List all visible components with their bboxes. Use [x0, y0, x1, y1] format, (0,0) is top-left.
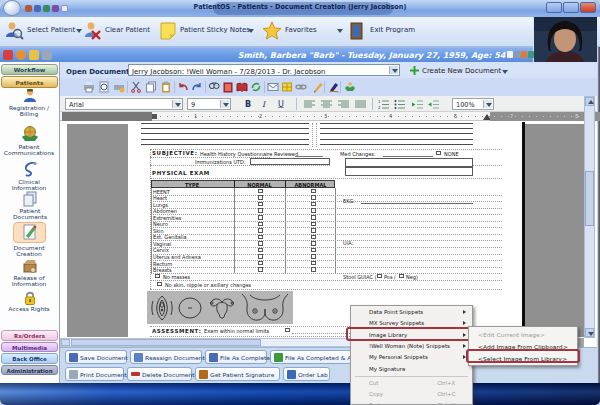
align-center-icon[interactable] — [321, 100, 333, 109]
menu-item-paste[interactable]: Paste Ctrl+V — [352, 400, 471, 405]
sticky-notes-dropdown-arrow[interactable] — [248, 29, 254, 33]
font-size-combo[interactable]: 9 — [187, 98, 231, 110]
menu-item-cut[interactable]: Cut Ctrl+X — [352, 378, 471, 389]
menu-item-data-point-snippets[interactable]: Data Point Snippets — [352, 307, 471, 318]
abnormal-checkbox[interactable] — [311, 254, 316, 259]
print-preview-icon[interactable] — [98, 81, 110, 93]
normal-checkbox[interactable] — [258, 195, 263, 200]
banner-patient-icon[interactable] — [16, 50, 26, 60]
sidebar-tab-workflow[interactable]: Workflow — [1, 64, 58, 75]
underline-button[interactable]: U — [278, 99, 284, 109]
sidebar-tab-rx-orders[interactable]: Rx/Orders — [1, 330, 58, 341]
close-button[interactable] — [580, 2, 596, 13]
normal-checkbox[interactable] — [258, 208, 263, 213]
banner-grid-icon[interactable] — [528, 51, 534, 58]
refresh-icon[interactable] — [250, 81, 262, 93]
print-document-button[interactable]: Print Document — [65, 367, 124, 381]
none-checkbox[interactable] — [436, 151, 441, 156]
normal-checkbox[interactable] — [258, 261, 263, 266]
font-family-combo[interactable]: Arial — [65, 98, 183, 110]
zoom-combo[interactable]: 100% — [452, 98, 494, 110]
menu-item-copy[interactable]: Copy Ctrl+C — [352, 389, 471, 400]
save-document-button[interactable]: Save Document — [65, 350, 127, 364]
create-new-dropdown-arrow[interactable] — [502, 70, 508, 74]
file-as-completed-button[interactable]: File As Completed — [205, 350, 267, 364]
normal-checkbox[interactable] — [258, 267, 263, 272]
copy-icon[interactable] — [145, 81, 157, 93]
normal-checkbox[interactable] — [258, 235, 263, 240]
align-right-icon[interactable] — [338, 100, 350, 109]
file-as-completed-as-button[interactable]: File As Completed & As — [270, 350, 352, 364]
normal-checkbox[interactable] — [258, 241, 263, 246]
normal-checkbox[interactable] — [258, 202, 263, 207]
banner-folder-icon[interactable] — [29, 50, 39, 60]
banner-alert-icon[interactable] — [3, 50, 13, 60]
book-red-icon[interactable] — [222, 81, 234, 93]
vertical-scrollbar[interactable] — [584, 96, 595, 338]
italic-button[interactable]: I — [262, 99, 265, 109]
maximize-button[interactable] — [563, 2, 579, 13]
get-patient-signature-button[interactable]: Get Patient Signature — [195, 367, 280, 381]
vertical-scrollbar-thumb[interactable] — [585, 171, 594, 226]
anatomy-image-strip[interactable] — [147, 291, 293, 324]
abnormal-checkbox[interactable] — [311, 241, 316, 246]
ruler-marker[interactable] — [152, 114, 157, 119]
align-left-icon[interactable] — [304, 100, 316, 109]
sidebar-tab-back-office[interactable]: Back Office — [1, 353, 58, 364]
align-justify-icon[interactable] — [355, 100, 367, 109]
normal-checkbox[interactable] — [258, 248, 263, 253]
pencil-icon[interactable] — [312, 81, 324, 93]
normal-checkbox[interactable] — [258, 222, 263, 227]
order-lab-button[interactable]: Order Lab — [283, 367, 330, 381]
find-icon[interactable] — [208, 81, 220, 93]
abnormal-checkbox[interactable] — [311, 189, 316, 194]
banner-doc-icon[interactable] — [507, 51, 513, 58]
menu-item-my-personal-snippets[interactable]: My Personal Snippets — [352, 352, 471, 363]
normal-checkbox[interactable] — [258, 228, 263, 233]
menu-item-my-signature[interactable]: My Signature — [352, 364, 471, 375]
stool-neg-checkbox[interactable] — [399, 274, 404, 279]
no-masses-checkbox[interactable] — [155, 274, 160, 279]
outdent-icon[interactable] — [428, 100, 440, 109]
horizontal-scrollbar-thumb[interactable] — [71, 339, 261, 346]
normal-checkbox[interactable] — [258, 215, 263, 220]
menu-item-well-woman-snippets[interactable]: !Well Woman (Note) Snippets — [352, 341, 471, 352]
minimize-button[interactable] — [546, 2, 562, 13]
sidebar-tab-multimedia[interactable]: Multimedia — [1, 342, 58, 353]
delete-document-button[interactable]: Delete Document — [127, 367, 192, 381]
abnormal-checkbox[interactable] — [311, 228, 316, 233]
banner-person-icon[interactable] — [514, 51, 520, 58]
reassign-document-button[interactable]: Reassign Document — [130, 350, 202, 364]
stool-pos-checkbox[interactable] — [377, 274, 382, 279]
print-settings-icon[interactable] — [113, 81, 125, 93]
redo-icon[interactable] — [191, 81, 203, 93]
abnormal-checkbox[interactable] — [311, 248, 316, 253]
sidebar-tab-patients[interactable]: Patients — [1, 76, 58, 88]
bold-button[interactable]: B — [245, 99, 251, 109]
undo-icon[interactable] — [177, 81, 189, 93]
bullet-list-icon[interactable] — [394, 100, 406, 109]
no-skin-checkbox[interactable] — [157, 282, 162, 287]
abnormal-checkbox[interactable] — [311, 267, 316, 272]
cut-icon[interactable] — [130, 81, 142, 93]
numbered-list-icon[interactable]: 12 — [378, 100, 390, 109]
signature-pen-icon[interactable] — [328, 81, 340, 93]
abnormal-checkbox[interactable] — [311, 202, 316, 207]
paste-icon[interactable] — [160, 81, 172, 93]
package-icon[interactable] — [281, 81, 293, 93]
book-open-icon[interactable] — [236, 81, 248, 93]
abnormal-checkbox[interactable] — [311, 222, 316, 227]
normal-checkbox[interactable] — [258, 254, 263, 259]
mail-icon[interactable] — [267, 81, 279, 93]
open-documents-combo-arrow[interactable] — [389, 66, 398, 74]
abnormal-checkbox[interactable] — [311, 195, 316, 200]
abnormal-checkbox[interactable] — [311, 215, 316, 220]
abnormal-checkbox[interactable] — [311, 235, 316, 240]
sidebar-tab-administration[interactable]: Administration — [1, 365, 58, 376]
favorites-dropdown-arrow[interactable] — [337, 29, 343, 33]
abnormal-checkbox[interactable] — [311, 261, 316, 266]
normal-checkbox[interactable] — [258, 189, 263, 194]
banner-add-icon[interactable] — [521, 51, 527, 58]
banner-printer-icon[interactable] — [42, 50, 52, 60]
open-documents-combo[interactable]: Jerry Jacobson: !Well Woman - 7/28/2013 … — [128, 64, 400, 76]
